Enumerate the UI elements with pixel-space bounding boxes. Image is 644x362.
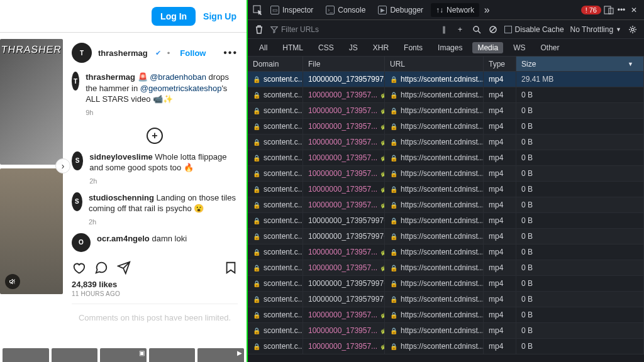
network-row[interactable]: 🔒scontent.c... 10000000_173957...🐢 🔒http…: [248, 103, 644, 119]
author-username[interactable]: thrashermag: [98, 48, 148, 58]
tab-network[interactable]: ↑↓Network: [431, 3, 479, 17]
cell-file: 10000000_173957...🐢: [303, 166, 385, 181]
cell-file: 10000000_173957...🐢: [303, 182, 385, 197]
network-row[interactable]: 🔒scontent.c... 10000000_173957...🐢 🔒http…: [248, 339, 644, 354]
col-type[interactable]: Type: [484, 57, 516, 71]
more-options-button[interactable]: •••: [223, 47, 238, 58]
throttling-select[interactable]: No Throttling▼: [570, 25, 621, 34]
thumbnail[interactable]: ▶: [197, 348, 244, 362]
clear-icon[interactable]: [254, 25, 264, 35]
lock-icon: 🔒: [253, 76, 260, 83]
filter-chip-media[interactable]: Media: [472, 42, 503, 53]
network-row[interactable]: 🔒scontent.c... 10000000_173957...🐢 🔒http…: [248, 134, 644, 150]
share-icon[interactable]: [117, 261, 131, 275]
login-button[interactable]: Log In: [152, 7, 196, 26]
caption-avatar[interactable]: T: [72, 72, 79, 90]
likes-count[interactable]: 24,839 likes: [72, 280, 238, 289]
network-row[interactable]: 🔒scontent.c... 10000000_173957...🐢 🔒http…: [248, 307, 644, 323]
comment-avatar[interactable]: S: [72, 192, 82, 211]
tab-debugger[interactable]: ▶Debugger: [373, 3, 428, 17]
network-row[interactable]: 🔒scontent.c... 10000000_173957...🐢 🔒http…: [248, 166, 644, 182]
comment-username[interactable]: sidneyloveslime: [89, 152, 152, 162]
comment-icon[interactable]: [94, 261, 108, 275]
like-icon[interactable]: [72, 261, 86, 275]
thumbnail[interactable]: [3, 348, 49, 362]
thumbnail[interactable]: [52, 348, 98, 362]
cell-url: 🔒https://scontent.cdninst...: [385, 119, 484, 134]
network-row[interactable]: 🔒scontent.c... 10000000_17395799764🐢 🔒ht…: [248, 292, 644, 307]
turtle-icon: 🐢: [380, 264, 385, 272]
close-devtools-icon[interactable]: ✕: [629, 5, 639, 15]
network-row[interactable]: 🔒scontent.c... 10000000_173957...🐢 🔒http…: [248, 197, 644, 213]
filter-chip-js[interactable]: JS: [344, 42, 363, 53]
tab-console[interactable]: ›_Console: [321, 3, 370, 17]
media-tile-1[interactable]: THRASHER: [0, 39, 63, 165]
filter-chip-fonts[interactable]: Fonts: [399, 42, 428, 53]
network-row[interactable]: 🔒scontent.c... 10000000_17395799764🐢 🔒ht…: [248, 276, 644, 292]
mention-link[interactable]: @geometricskateshop: [140, 84, 222, 93]
network-row[interactable]: 🔒scontent.c... 10000000_17395799764🐢 🔒ht…: [248, 229, 644, 244]
comment-avatar[interactable]: S: [72, 151, 83, 170]
col-size[interactable]: Size▼: [516, 57, 644, 71]
cell-file: 10000000_173957...🐢: [303, 323, 385, 338]
lock-icon: 🔒: [390, 155, 397, 162]
media-tile-2[interactable]: [0, 168, 63, 294]
filter-chip-all[interactable]: All: [254, 42, 272, 53]
network-row[interactable]: 🔒scontent.c... 10000000_173957...🐢 🔒http…: [248, 182, 644, 197]
filter-chip-images[interactable]: Images: [433, 42, 467, 53]
pause-icon[interactable]: ∥: [439, 25, 449, 35]
carousel-next-button[interactable]: ›: [55, 158, 70, 173]
network-row[interactable]: 🔒scontent.c... 10000000_173957...🐢 🔒http…: [248, 119, 644, 134]
thumbnail[interactable]: [149, 348, 196, 362]
lock-icon: 🔒: [390, 123, 397, 130]
block-icon[interactable]: [488, 25, 498, 35]
col-domain[interactable]: Domain: [248, 57, 303, 71]
filter-urls-input[interactable]: Filter URLs: [270, 25, 319, 34]
mention-link[interactable]: @bradenhoban: [150, 72, 206, 82]
cell-file: 10000000_17395799764🐢: [303, 229, 385, 244]
search-icon[interactable]: [472, 25, 482, 35]
comment-avatar[interactable]: O: [72, 233, 91, 252]
posted-time: 11 HOURS AGO: [72, 290, 238, 297]
filter-chip-ws[interactable]: WS: [508, 42, 530, 53]
responsive-mode-icon[interactable]: [604, 5, 614, 15]
tabs-overflow-button[interactable]: »: [482, 5, 492, 15]
lock-icon: 🔒: [390, 139, 397, 146]
error-count-badge[interactable]: !76: [581, 6, 601, 14]
filter-chip-css[interactable]: CSS: [313, 42, 339, 53]
network-row[interactable]: 🔒scontent.c... 10000000_173957...🐢 🔒http…: [248, 150, 644, 166]
comment-username[interactable]: studioschenning: [89, 193, 154, 202]
media-carousel[interactable]: THRASHER ›: [0, 33, 63, 362]
network-row[interactable]: 🔒scontent.c... 10000000_173957...🐢 🔒http…: [248, 244, 644, 260]
cell-size: 0 B: [516, 244, 644, 260]
network-row[interactable]: 🔒scontent.c... 10000000_173957...🐢 🔒http…: [248, 87, 644, 103]
pick-element-icon[interactable]: [253, 5, 263, 15]
col-file[interactable]: File: [303, 57, 385, 71]
tab-inspector[interactable]: ▭Inspector: [265, 3, 318, 17]
cell-size: 0 B: [516, 166, 644, 181]
verified-badge-icon: ✔: [155, 49, 161, 57]
author-avatar[interactable]: T: [72, 43, 92, 63]
filter-chip-xhr[interactable]: XHR: [368, 42, 394, 53]
thumbnail[interactable]: ▣: [100, 348, 147, 362]
network-row[interactable]: 🔒scontent.c... 10000000_173957...🐢 🔒http…: [248, 260, 644, 276]
filter-chip-html[interactable]: HTML: [277, 42, 308, 53]
add-button[interactable]: +: [147, 128, 163, 144]
disable-cache-checkbox[interactable]: Disable Cache: [504, 25, 564, 34]
add-icon[interactable]: +: [455, 25, 465, 35]
network-rows: 🔒scontent.c... 10000000_17395799764🐢 🔒ht…: [248, 72, 644, 362]
kebab-menu-icon[interactable]: •••: [616, 5, 626, 15]
network-row[interactable]: 🔒scontent.c... 10000000_17395799764🐢 🔒ht…: [248, 213, 644, 229]
network-row[interactable]: 🔒scontent.c... 10000000_173957...🐢 🔒http…: [248, 323, 644, 339]
comment-username[interactable]: ocr.am4ngelo: [97, 234, 150, 243]
comment-text: sidneyloveslime Whole lotta flippage and…: [89, 151, 238, 173]
filter-chip-other[interactable]: Other: [535, 42, 564, 53]
settings-gear-icon[interactable]: [628, 25, 638, 35]
signup-button[interactable]: Sign Up: [203, 11, 236, 21]
follow-button[interactable]: Follow: [180, 48, 206, 58]
mute-icon[interactable]: [5, 274, 20, 289]
network-row[interactable]: 🔒scontent.c... 10000000_17395799764🐢 🔒ht…: [248, 72, 644, 87]
col-url[interactable]: URL: [385, 57, 484, 71]
bookmark-icon[interactable]: [224, 261, 238, 275]
cell-type: mp4: [484, 87, 516, 102]
